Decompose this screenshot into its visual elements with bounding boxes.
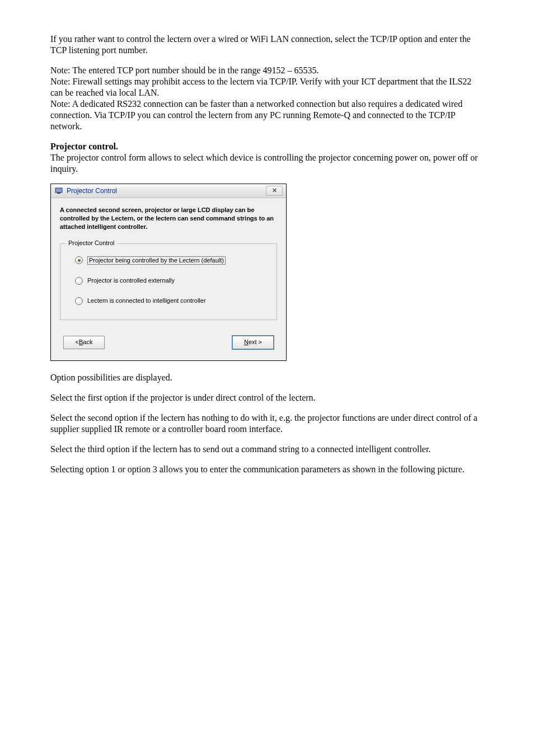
radio-option-controlled-externally[interactable]: Projector is controlled externally [75, 277, 266, 285]
button-text: ext > [249, 339, 262, 346]
radio-option-intelligent-controller[interactable]: Lectern is connected to intelligent cont… [75, 297, 266, 305]
projector-control-dialog: Projector Control ✕ A connected second s… [50, 184, 287, 361]
radio-indicator-icon [75, 256, 83, 264]
mnemonic: B [79, 339, 83, 346]
radio-option-lectern-default[interactable]: Projector being controlled by the Lecter… [75, 256, 266, 265]
paragraph: Select the first option if the projector… [50, 392, 484, 403]
dialog-titlebar: Projector Control ✕ [51, 184, 286, 198]
section-heading-projector-control: Projector control. [50, 141, 484, 152]
paragraph: Selecting option 1 or option 3 allows yo… [50, 464, 484, 475]
radio-indicator-icon [75, 297, 83, 305]
close-button[interactable]: ✕ [266, 186, 283, 196]
radio-indicator-icon [75, 277, 83, 285]
dialog-description: A connected second screen, projector or … [60, 206, 277, 231]
paragraph: Select the third option if the lectern h… [50, 444, 484, 455]
next-button[interactable]: Next > [232, 336, 274, 349]
paragraph: If you rather want to control the lecter… [50, 34, 484, 56]
mnemonic: N [244, 339, 249, 346]
note-line: Note: A dedicated RS232 connection can b… [50, 98, 484, 132]
projector-control-groupbox: Projector Control Projector being contro… [60, 243, 277, 321]
paragraph: The projector control form allows to sel… [50, 152, 484, 175]
radio-label: Lectern is connected to intelligent cont… [87, 297, 206, 305]
note-line: Note: The entered TCP port number should… [50, 65, 484, 76]
svg-rect-1 [57, 192, 60, 194]
paragraph: Select the second option if the lectern … [50, 412, 484, 435]
radio-label: Projector is controlled externally [87, 277, 175, 285]
paragraph: Option possibilities are displayed. [50, 372, 484, 383]
app-icon [54, 186, 63, 195]
radio-label: Projector being controlled by the Lecter… [87, 256, 226, 265]
back-button[interactable]: < Back [63, 336, 105, 349]
svg-rect-0 [55, 188, 62, 192]
dialog-title: Projector Control [67, 187, 117, 195]
note-line: Note: Firewall settings may prohibit acc… [50, 76, 484, 98]
button-text: ack [83, 339, 92, 346]
groupbox-legend: Projector Control [66, 240, 117, 247]
